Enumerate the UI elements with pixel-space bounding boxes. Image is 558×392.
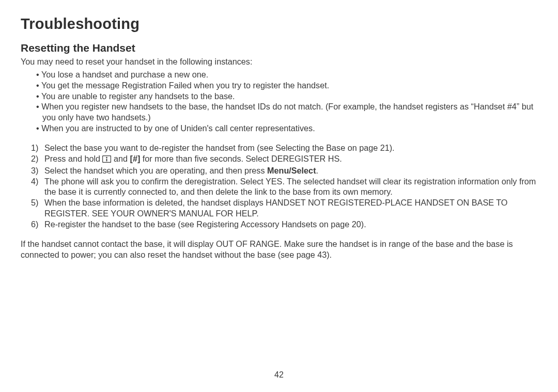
closing-text: If the handset cannot contact the base, …: [21, 239, 537, 260]
step-text: Select the handset which you are operati…: [44, 166, 267, 175]
menu-select-label: Menu/Select: [267, 166, 316, 175]
section-heading: Resetting the Handset: [21, 42, 539, 54]
list-item: You get the message Registration Failed …: [36, 80, 539, 91]
list-item: When you register new handsets to the ba…: [36, 101, 539, 122]
manual-page: Troubleshooting Resetting the Handset Yo…: [0, 0, 558, 392]
step-item: Press and hold and [#] for more than fiv…: [31, 153, 539, 165]
step-item: Select the handset which you are operati…: [31, 165, 539, 176]
step-text: Press and hold: [44, 154, 102, 163]
step-text: and: [111, 154, 130, 163]
list-item: You are unable to register any handsets …: [36, 91, 539, 102]
steps-list: Select the base you want to de-register …: [21, 143, 539, 229]
step-text: .: [316, 166, 319, 175]
step-item: The phone will ask you to confirm the de…: [31, 176, 539, 197]
step-item: When the base information is deleted, th…: [31, 197, 539, 218]
end-key-icon: [102, 154, 111, 165]
page-title: Troubleshooting: [21, 15, 539, 33]
step-text: for more than five seconds. Select DEREG…: [140, 154, 342, 163]
svg-rect-2: [106, 159, 107, 161]
list-item: You lose a handset and purchase a new on…: [36, 69, 539, 80]
when-list: You lose a handset and purchase a new on…: [21, 69, 539, 133]
svg-point-1: [106, 157, 108, 159]
intro-text: You may need to reset your handset in th…: [21, 56, 539, 67]
step-item: Select the base you want to de-register …: [31, 143, 539, 153]
page-number: 42: [0, 370, 558, 380]
hash-key-label: [#]: [130, 154, 141, 163]
list-item: When you are instructed to by one of Uni…: [36, 123, 539, 134]
step-item: Re-register the handset to the base (see…: [31, 219, 539, 230]
